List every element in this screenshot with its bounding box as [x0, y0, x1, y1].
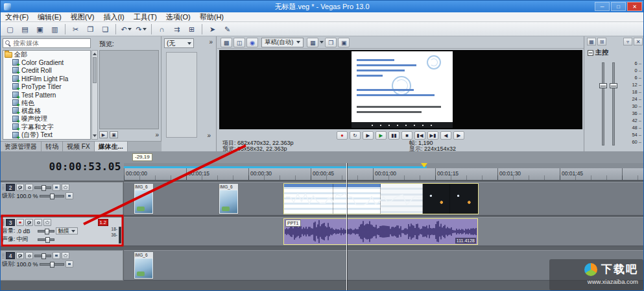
go-to-start-button[interactable]: ▮◀: [414, 131, 425, 140]
video-output-fx-icon[interactable]: ▩: [221, 38, 232, 47]
cut-icon[interactable]: ✂: [69, 23, 82, 35]
tree-scrollbar[interactable]: [91, 50, 98, 140]
track-header-4[interactable]: 4 级别: 100.0 %: [1, 250, 123, 281]
next-frame-button[interactable]: ▶: [453, 131, 464, 140]
tree-item[interactable]: 噪声纹理: [3, 115, 90, 123]
play-from-start-button[interactable]: ▶: [363, 131, 374, 140]
mute-button[interactable]: [16, 252, 24, 259]
pan-slider[interactable]: [38, 238, 54, 241]
open-project-icon[interactable]: ▤: [18, 23, 32, 35]
preview-screen-icon[interactable]: ▣: [110, 131, 118, 138]
pane-tile-icon[interactable]: ⊞: [597, 38, 606, 45]
lock-envelopes-icon[interactable]: ⊞: [185, 23, 198, 35]
overflow-chevron-icon[interactable]: »: [155, 132, 159, 138]
composite-level-slider[interactable]: [34, 186, 51, 189]
menu-view[interactable]: 视图(V): [66, 12, 99, 22]
video-event-img[interactable]: IMG_6: [134, 183, 154, 214]
search-input[interactable]: [11, 40, 90, 47]
tab-media-generators[interactable]: 媒体生...: [95, 142, 128, 151]
search-box[interactable]: [3, 38, 91, 48]
go-to-end-button[interactable]: ▶▮: [427, 131, 438, 140]
tree-item[interactable]: 字幕和文字: [3, 123, 90, 131]
menu-tools[interactable]: 工具(T): [129, 12, 161, 22]
mute-button[interactable]: [16, 184, 24, 191]
level-value[interactable]: 100.0 %: [17, 193, 38, 199]
close-button[interactable]: ✕: [627, 2, 642, 11]
solo-button[interactable]: [25, 184, 33, 191]
track-fx-button[interactable]: [53, 184, 60, 191]
track-grip[interactable]: [2, 219, 5, 226]
parent-track-button[interactable]: [66, 192, 73, 199]
menu-edit[interactable]: 编辑(E): [33, 12, 66, 22]
video-event-img[interactable]: IMG_6: [134, 251, 154, 279]
tree-item[interactable]: Test Pattern: [3, 91, 90, 99]
grid-dropdown-arrow[interactable]: [320, 41, 324, 44]
tree-item[interactable]: 纯色: [3, 99, 90, 107]
redo-dropdown-arrow[interactable]: [143, 28, 147, 31]
track-header-3[interactable]: 3 1.2 音量: .0 dB 触摸 声像: 中间 18- 36-: [1, 217, 123, 246]
audio-event-ppt1[interactable]: PPT1 111.4128: [283, 218, 478, 245]
marker-bar[interactable]: [124, 163, 644, 168]
minimize-button[interactable]: ─: [595, 2, 610, 11]
pause-button[interactable]: ▮▮: [388, 131, 400, 140]
tab-transitions[interactable]: 转场: [42, 142, 63, 151]
tree-item[interactable]: Credit Roll: [3, 67, 90, 75]
stop-button[interactable]: ■: [401, 131, 412, 140]
interactive-tool-icon[interactable]: ✎: [221, 23, 234, 35]
play-button[interactable]: ▶: [376, 131, 387, 140]
mute-button[interactable]: [25, 219, 33, 226]
automation-mode-dropdown[interactable]: 触摸: [56, 227, 78, 234]
tree-item[interactable]: (自带) Text: [3, 131, 90, 139]
tree-item[interactable]: ProType Titler: [3, 83, 90, 91]
menu-insert[interactable]: 插入(I): [99, 12, 128, 22]
strip-chevron-icon[interactable]: »: [209, 39, 213, 45]
scroll-up-icon[interactable]: [93, 53, 97, 55]
edit-tool-icon[interactable]: ➤: [206, 23, 219, 35]
timecode-display[interactable]: 00:00:53.05: [7, 160, 121, 173]
tree-item-all[interactable]: 全部: [3, 51, 90, 58]
volume-slider[interactable]: [38, 230, 54, 233]
automation-settings-button[interactable]: [62, 184, 69, 191]
tree-item[interactable]: HitFilm Light Fla: [3, 75, 90, 82]
level-slider[interactable]: [40, 195, 64, 197]
record-button[interactable]: ●: [337, 131, 348, 140]
project-properties-icon[interactable]: ▥: [48, 23, 62, 35]
tab-video-fx[interactable]: 视频 FX: [63, 142, 95, 151]
scroll-down-icon[interactable]: [93, 134, 97, 137]
snapping-icon[interactable]: ∩: [155, 23, 169, 35]
preview-color-icon[interactable]: ◉: [246, 38, 258, 47]
pane-pin-icon[interactable]: ▿: [623, 38, 632, 45]
paste-icon[interactable]: ❏: [99, 23, 112, 35]
record-arm-button[interactable]: [16, 219, 24, 226]
preview-quality-dropdown[interactable]: 草稿(自动): [261, 38, 304, 47]
copy-snapshot-icon[interactable]: ❐: [325, 38, 337, 47]
level-slider[interactable]: [40, 263, 64, 266]
save-snapshot-icon[interactable]: ▣: [338, 38, 350, 47]
pane-close-icon[interactable]: ✕: [634, 38, 643, 45]
parent-track-button[interactable]: [66, 260, 73, 268]
scroll-thumb[interactable]: [93, 57, 97, 83]
loop-end-marker[interactable]: [421, 163, 427, 168]
automation-settings-button[interactable]: [43, 219, 51, 226]
maximize-button[interactable]: □: [611, 2, 626, 11]
tree-item[interactable]: Color Gradient: [3, 58, 90, 66]
track-grip[interactable]: [2, 184, 5, 191]
menu-file[interactable]: 文件(F): [1, 12, 33, 22]
save-project-icon[interactable]: ▣: [33, 23, 47, 35]
video-event-img[interactable]: IMG_6: [219, 183, 239, 214]
video-event-recording[interactable]: [283, 183, 479, 214]
composite-level-slider[interactable]: [34, 255, 51, 257]
master-fader-right[interactable]: [610, 83, 617, 88]
previous-frame-button[interactable]: ◀: [440, 131, 451, 140]
new-project-icon[interactable]: ▢: [3, 23, 17, 35]
collapse-icon[interactable]: [588, 50, 593, 56]
track-grip[interactable]: [2, 252, 5, 259]
level-value[interactable]: 100.0 %: [17, 261, 38, 268]
volume-value[interactable]: .0 dB: [17, 228, 36, 234]
preset-list[interactable]: [166, 52, 197, 138]
track-fx-button[interactable]: [53, 252, 60, 259]
redo-icon[interactable]: ↷: [134, 23, 148, 35]
tree-item[interactable]: 棋盘格: [3, 107, 90, 115]
copy-icon[interactable]: ❐: [84, 23, 97, 35]
video-preview-screen[interactable]: [219, 50, 582, 129]
